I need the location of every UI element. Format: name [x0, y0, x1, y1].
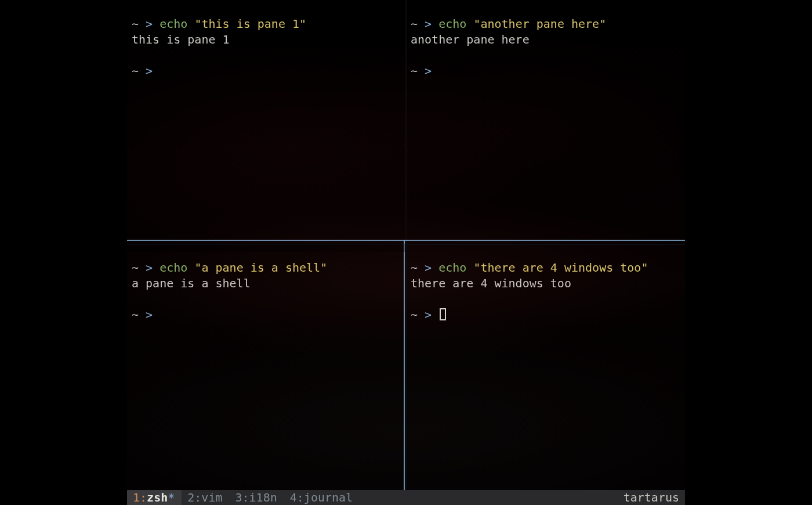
window-index: 4 [290, 490, 297, 504]
window-active-flag: * [168, 490, 175, 504]
status-window-2[interactable]: 2:vim [182, 490, 229, 505]
prompt-symbol: > [146, 17, 153, 31]
window-sep: : [242, 490, 249, 504]
pane-grid: ~ > echo "this is pane 1" this is pane 1… [127, 0, 685, 505]
window-index: 2 [187, 490, 194, 504]
prompt-symbol: > [146, 308, 153, 322]
shell-output: another pane here [411, 33, 530, 46]
prompt-dir: ~ [411, 64, 418, 78]
shell-output: there are 4 windows too [411, 276, 571, 290]
window-sep: : [194, 490, 201, 504]
pane-bottom-left[interactable]: ~ > echo "a pane is a shell" a pane is a… [127, 244, 406, 490]
status-hostname: tartarus [624, 490, 683, 505]
shell-command: echo [438, 261, 466, 275]
prompt-dir: ~ [132, 261, 139, 275]
cursor-block-icon [440, 308, 446, 320]
terminal-window: ~ > echo "this is pane 1" this is pane 1… [127, 0, 685, 505]
window-sep: : [297, 490, 304, 504]
prompt-dir: ~ [411, 308, 418, 322]
tmux-status-bar: 1:zsh* 2:vim 3:i18n 4:journal tartarus [127, 490, 685, 505]
prompt-dir: ~ [132, 308, 139, 322]
shell-output: a pane is a shell [132, 276, 251, 290]
window-name: i18n [249, 490, 277, 504]
window-name: vim [201, 490, 222, 504]
status-window-1[interactable]: 1:zsh* [127, 490, 182, 505]
window-name: journal [304, 490, 353, 504]
status-window-4[interactable]: 4:journal [284, 490, 360, 505]
shell-argument: "a pane is a shell" [194, 261, 327, 275]
window-sep: : [140, 490, 147, 504]
prompt-symbol: > [425, 261, 432, 275]
prompt-dir: ~ [132, 64, 139, 78]
prompt-symbol: > [425, 64, 432, 78]
shell-argument: "this is pane 1" [194, 17, 306, 31]
shell-command: echo [160, 17, 187, 31]
prompt-symbol: > [146, 64, 153, 78]
pane-top-left[interactable]: ~ > echo "this is pane 1" this is pane 1… [127, 0, 406, 244]
shell-argument: "there are 4 windows too" [473, 261, 648, 275]
window-index: 1 [133, 490, 140, 504]
prompt-dir: ~ [411, 261, 418, 275]
prompt-dir: ~ [411, 17, 418, 31]
prompt-dir: ~ [132, 17, 139, 31]
window-index: 3 [235, 490, 242, 504]
pane-top-right[interactable]: ~ > echo "another pane here" another pan… [406, 0, 685, 244]
shell-command: echo [438, 17, 466, 31]
prompt-symbol: > [146, 261, 153, 275]
prompt-symbol: > [425, 308, 432, 322]
shell-argument: "another pane here" [473, 17, 606, 31]
shell-command: echo [160, 261, 187, 275]
status-window-3[interactable]: 3:i18n [229, 490, 284, 505]
shell-output: this is pane 1 [132, 33, 230, 46]
prompt-symbol: > [425, 17, 432, 31]
pane-bottom-right[interactable]: ~ > echo "there are 4 windows too" there… [406, 244, 685, 490]
window-name: zsh [147, 490, 168, 504]
